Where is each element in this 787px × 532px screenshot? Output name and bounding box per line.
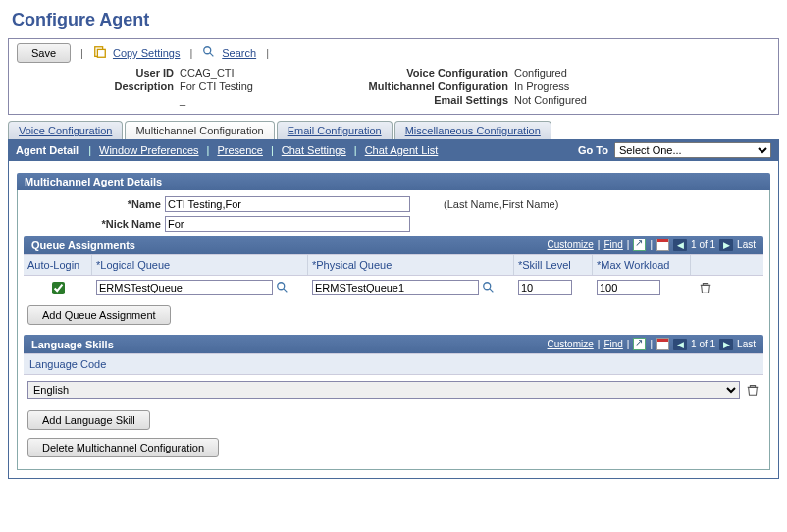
tab-misc[interactable]: Miscellaneous Configuration xyxy=(394,121,551,139)
col-physical-queue[interactable]: Physical Queue xyxy=(308,255,514,275)
queue-last[interactable]: Last xyxy=(737,239,756,250)
queue-customize-link[interactable]: Customize xyxy=(548,239,594,250)
col-max-workload[interactable]: Max Workload xyxy=(593,255,691,275)
language-select[interactable]: English xyxy=(27,381,740,399)
copy-settings-link[interactable]: Copy Settings xyxy=(113,47,180,59)
subnav-window-prefs[interactable]: Window Preferences xyxy=(99,144,199,156)
nickname-input[interactable] xyxy=(165,216,410,232)
delete-multichannel-button[interactable]: Delete Multichannel Configuration xyxy=(27,438,219,457)
svg-line-7 xyxy=(490,289,494,293)
lang-find-link[interactable]: Find xyxy=(603,339,622,349)
lang-last[interactable]: Last xyxy=(737,339,756,349)
goto-label: Go To xyxy=(578,144,608,156)
lang-col-header[interactable]: Language Code xyxy=(24,353,763,375)
lookup-icon[interactable] xyxy=(275,280,290,295)
next-page-icon[interactable]: ▶ xyxy=(719,339,733,350)
queue-row xyxy=(24,276,763,299)
tab-voice[interactable]: Voice Configuration xyxy=(8,121,123,139)
col-logical-queue[interactable]: Logical Queue xyxy=(92,255,308,275)
add-language-button[interactable]: Add Language Skill xyxy=(27,410,150,430)
header-bar: Save | Copy Settings | Search | User ID … xyxy=(8,38,779,115)
subnav-chat-agent-list[interactable]: Chat Agent List xyxy=(365,144,439,156)
multi-config-label: Multichannel Configuration xyxy=(312,80,508,92)
page-title: Configure Agent xyxy=(12,10,779,30)
multi-config-value: In Progress xyxy=(514,80,587,92)
name-label: Name xyxy=(24,198,161,210)
nickname-label: Nick Name xyxy=(24,218,161,230)
lookup-icon[interactable] xyxy=(481,280,497,295)
section-queue-header: Queue Assignments Customize | Find | | ◀… xyxy=(24,236,763,254)
delete-lang-button[interactable] xyxy=(746,383,760,397)
popup-icon[interactable] xyxy=(633,338,646,350)
max-workload-input[interactable] xyxy=(597,280,660,295)
next-page-icon[interactable]: ▶ xyxy=(719,239,733,251)
prev-page-icon[interactable]: ◀ xyxy=(673,339,687,350)
svg-point-6 xyxy=(484,283,491,290)
tab-email[interactable]: Email Configuration xyxy=(277,121,393,139)
subnav-chat-settings[interactable]: Chat Settings xyxy=(282,144,346,156)
subnav-presence[interactable]: Presence xyxy=(217,144,262,156)
logical-queue-input[interactable] xyxy=(96,280,273,295)
lang-row: English xyxy=(24,375,763,404)
user-id-value: CCAG_CTI xyxy=(180,67,253,79)
subnav-agent-detail: Agent Detail xyxy=(16,144,79,156)
prev-page-icon[interactable]: ◀ xyxy=(673,239,687,251)
name-hint: (Last Name,First Name) xyxy=(444,198,763,210)
queue-header-title: Queue Assignments xyxy=(31,239,135,251)
email-settings-label: Email Settings xyxy=(312,94,508,106)
grid-icon[interactable] xyxy=(656,338,669,350)
save-button[interactable]: Save xyxy=(17,43,71,63)
queue-pager: 1 of 1 xyxy=(691,239,715,250)
popup-icon[interactable] xyxy=(633,239,646,251)
panel: Multichannel Agent Details Name (Last Na… xyxy=(8,161,779,479)
description-value: For CTI Testing xyxy=(180,80,253,92)
section-lang-header: Language Skills Customize | Find | | ◀ 1… xyxy=(24,335,763,353)
col-auto-login[interactable]: Auto-Login xyxy=(24,255,92,275)
email-settings-value: Not Configured xyxy=(514,94,587,106)
voice-config-label: Voice Configuration xyxy=(312,67,508,79)
section-agent-details-header: Multichannel Agent Details xyxy=(17,173,770,190)
grid-icon[interactable] xyxy=(656,239,669,251)
copy-icon xyxy=(93,45,107,61)
name-input[interactable] xyxy=(165,196,410,212)
queue-grid-header: Auto-Login Logical Queue Physical Queue … xyxy=(24,254,763,276)
physical-queue-input[interactable] xyxy=(312,280,479,295)
svg-point-4 xyxy=(278,283,285,290)
skill-level-input[interactable] xyxy=(518,280,572,295)
queue-find-link[interactable]: Find xyxy=(603,239,622,250)
delete-row-button[interactable] xyxy=(691,281,720,294)
search-icon xyxy=(202,45,216,61)
separator: | xyxy=(80,47,83,59)
tab-bar: Voice Configuration Multichannel Configu… xyxy=(8,121,779,139)
user-id-label: User ID xyxy=(17,67,174,79)
separator: | xyxy=(266,47,269,59)
tab-multichannel[interactable]: Multichannel Configuration xyxy=(125,121,274,139)
col-skill-level[interactable]: Skill Level xyxy=(514,255,593,275)
description-label: Description xyxy=(17,80,174,92)
svg-point-2 xyxy=(204,47,211,54)
lang-pager: 1 of 1 xyxy=(691,339,715,349)
add-queue-button[interactable]: Add Queue Assignment xyxy=(27,305,171,325)
separator: | xyxy=(189,47,192,59)
auto-login-checkbox[interactable] xyxy=(52,282,65,294)
lang-customize-link[interactable]: Customize xyxy=(548,339,594,349)
svg-line-3 xyxy=(210,53,214,57)
lang-header-title: Language Skills xyxy=(31,339,114,350)
subnav: Agent Detail | Window Preferences | Pres… xyxy=(8,139,779,161)
svg-line-5 xyxy=(284,289,288,293)
search-link[interactable]: Search xyxy=(222,47,256,59)
goto-select[interactable]: Select One... xyxy=(614,142,771,158)
dash: _ xyxy=(180,94,253,106)
svg-rect-1 xyxy=(97,49,105,57)
voice-config-value: Configured xyxy=(514,67,587,79)
